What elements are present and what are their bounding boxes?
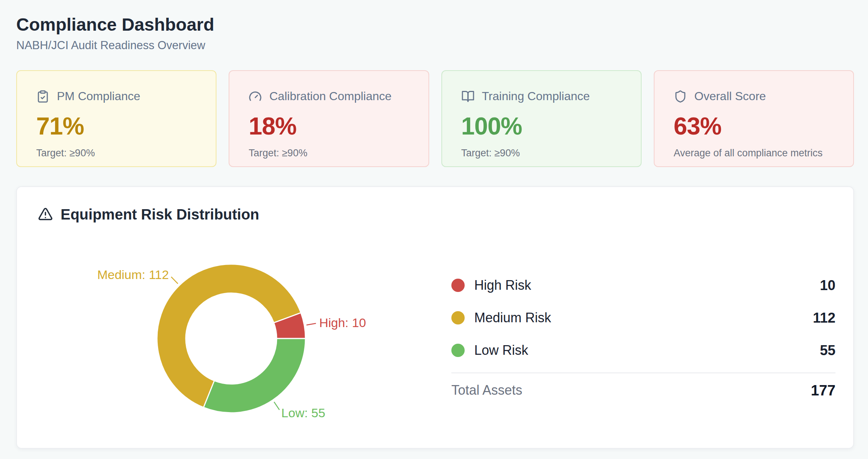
medium-risk-dot-icon [451,311,465,324]
donut-label-leader-line [171,277,178,284]
pm-compliance-card: PM Compliance 71% Target: ≥90% [16,70,216,167]
shield-icon [674,90,687,103]
metric-label: PM Compliance [57,89,140,103]
compliance-dashboard-page: Compliance Dashboard NABH/JCI Audit Read… [0,0,868,459]
legend-label: Low Risk [474,343,528,358]
metric-target-note: Target: ≥90% [36,147,201,159]
legend-value: 112 [813,310,835,326]
donut-slice-label: High: 10 [319,316,366,330]
donut-slice-label: Low: 55 [281,406,325,420]
metric-card-header: Overall Score [674,89,838,103]
legend-value: 10 [820,278,835,293]
donut-slice-low [204,339,305,413]
metric-card-header: Training Compliance [461,89,626,103]
gauge-icon [249,90,262,103]
training-compliance-card: Training Compliance 100% Target: ≥90% [441,70,642,167]
total-assets-row: Total Assets 177 [451,373,835,407]
metric-cards-row: PM Compliance 71% Target: ≥90% Calibrati… [16,70,854,167]
donut-slice-label: Medium: 112 [97,268,169,282]
page-subtitle: NABH/JCI Audit Readiness Overview [16,38,854,53]
metric-card-header: Calibration Compliance [249,89,413,103]
equipment-risk-header: Equipment Risk Distribution [38,205,835,223]
legend-label: Medium Risk [474,310,551,326]
book-open-icon [461,90,475,103]
metric-card-header: PM Compliance [36,89,201,103]
equipment-risk-card: Equipment Risk Distribution High: 10Medi… [16,186,854,449]
metric-target-note: Target: ≥90% [461,147,626,159]
metric-target-note: Average of all compliance metrics [674,147,838,159]
total-assets-label: Total Assets [451,382,522,398]
high-risk-dot-icon [451,279,465,292]
legend-row-medium-risk: Medium Risk 112 [451,302,835,334]
metric-value: 18% [249,112,413,140]
metric-label: Calibration Compliance [269,89,392,103]
donut-label-leader-line [274,402,280,410]
legend-row-high-risk: High Risk 10 [451,269,835,302]
total-assets-value: 177 [811,382,835,399]
metric-value: 63% [674,112,838,140]
calibration-compliance-card: Calibration Compliance 18% Target: ≥90% [229,70,429,167]
low-risk-dot-icon [451,344,465,357]
equipment-risk-title: Equipment Risk Distribution [61,206,259,223]
metric-label: Overall Score [694,89,766,103]
risk-donut: High: 10Medium: 112Low: 55 [38,225,437,432]
page-title: Compliance Dashboard [16,14,854,35]
overall-score-card: Overall Score 63% Average of all complia… [654,70,854,167]
risk-legend: High Risk 10 Medium Risk 112 Low Risk 55… [451,225,835,433]
metric-target-note: Target: ≥90% [249,147,413,159]
metric-value: 100% [461,112,626,140]
risk-donut-area: High: 10Medium: 112Low: 55 [38,225,437,433]
legend-label: High Risk [474,278,531,293]
metric-label: Training Compliance [482,89,590,103]
warning-triangle-icon [38,207,53,222]
clipboard-check-icon [36,90,49,103]
legend-row-low-risk: Low Risk 55 [451,334,835,367]
equipment-risk-body: High: 10Medium: 112Low: 55 High Risk 10 … [38,225,835,433]
legend-value: 55 [820,343,835,358]
metric-value: 71% [36,112,201,140]
donut-label-leader-line [307,323,316,325]
